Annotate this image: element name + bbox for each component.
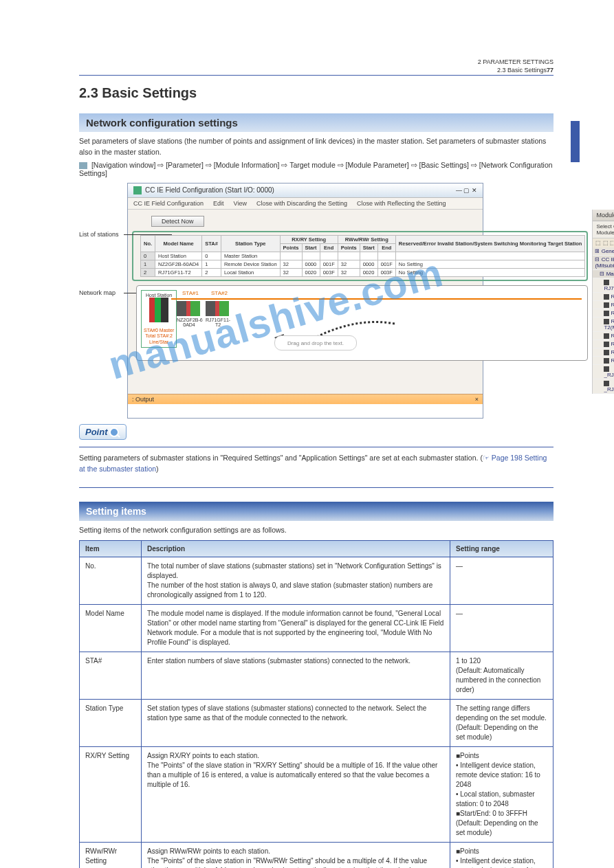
device-1[interactable]: NZ2GF2B-6 0AD4 [177,301,201,327]
table-row: Model NameThe module model name is displ… [80,604,553,652]
module-list-item[interactable]: RJ71GF11-T2Maste [593,301,614,309]
point-text: Setting parameters of submaster stations… [79,453,553,475]
output-panel: : Output× [128,394,483,404]
screenshot: List of stations Network map CC IE Field… [127,183,553,419]
window-title: CC IE Field Configuration (Start I/O: 00… [128,183,483,198]
nav-icon [79,162,87,169]
module-list-panel[interactable]: Module List Select CC IE Field | Find Mo… [592,210,614,394]
table-row: RX/RY SettingAssign RX/RY points to each… [80,746,553,842]
header: 2 PARAMETER SETTINGS 2.3 Basic Settings … [79,58,553,76]
module-list-item[interactable]: _RJ71EN71(CCIEF)Maste [593,379,614,394]
table-row: 1NZ2GF2B-60AD41Remote Device Station3200… [141,260,585,268]
drag-drop-hint: Drag and drop the text. [274,335,357,350]
page-title: 2.3 Basic Settings [79,85,553,101]
point-badge: Point [79,424,127,441]
master-info: STA#0 Master Total STA#:2 Line/Star [144,328,174,345]
module-list-item[interactable]: RJ71GF11-T2(SR)Local [593,332,614,340]
table-row: No.The total number of slave stations (s… [80,557,553,604]
page-number: 77 [547,67,553,74]
detect-now-button[interactable]: Detect Now [151,216,204,227]
station-table[interactable]: No. Model Name STA# Station Type RX/RY S… [140,235,585,277]
app-icon [133,186,142,194]
setting-items-heading: Setting items [79,502,553,521]
header-chapter: 2 PARAMETER SETTINGS [79,58,553,65]
settings-table: Item Description Setting range No.The to… [79,540,553,868]
table-row: 2RJ71GF11-T22Local Station320020003F3200… [141,268,585,276]
network-map-diagram: Host Station STA#0 Master Total STA#:2 L… [136,285,588,361]
module-list-item[interactable]: RD77GF16Maste [593,357,614,365]
header-section: 2.3 Basic Settings [497,67,547,74]
module-list-item[interactable]: RJ71EN71(CCIEF)Maste [593,293,614,301]
table-row: Station TypeSet station types of slave s… [80,699,553,746]
label-list-of-stations: List of stations [79,231,119,238]
label-network-map: Network map [79,289,116,296]
module-list-item[interactable]: RD77GF4Maste [593,340,614,348]
section-heading: Network configuration settings [79,113,553,132]
intro-text: Set parameters of slave stations (the nu… [79,136,553,158]
network-line [171,298,582,300]
table-row: 0Host Station0Master Station [141,252,585,260]
module-list-item[interactable]: RJ71EN71(E+CCIEF)Maste [593,278,614,293]
module-list-item[interactable]: RD77GF8Maste [593,348,614,357]
host-station-icon [149,298,168,322]
magnifier-icon [109,427,119,437]
setting-items-intro: Setting items of the network configurati… [79,525,553,536]
chapter-tab [571,121,580,162]
module-list-item[interactable]: RJ71GF11-T2(LR)Maste [593,309,614,318]
module-list-item[interactable]: _RJ71EN71(E+IEF)Maste [593,365,614,379]
table-row: RWw/RWr SettingAssign RWw/RWr points to … [80,842,553,868]
table-row: STA#Enter station numbers of slave stati… [80,652,553,699]
navigation-path: [Navigation window] ⇨ [Parameter] ⇨ [Mod… [79,161,553,177]
device-2[interactable]: RJ71GF11- T2 [206,301,230,327]
menu-bar[interactable]: CC IE Field ConfigurationEditViewClose w… [128,198,483,210]
module-list-item[interactable]: RJ71GF11-T2(MR)Maste [593,318,614,332]
